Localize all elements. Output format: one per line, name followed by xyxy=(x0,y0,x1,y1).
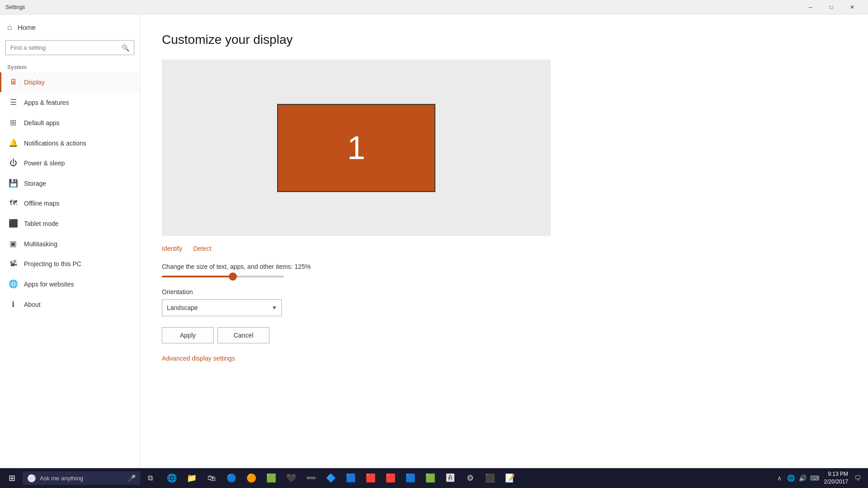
multitasking-icon: ▣ xyxy=(9,239,18,249)
cancel-button[interactable]: Cancel xyxy=(217,327,269,343)
maximize-button[interactable]: □ xyxy=(821,0,842,14)
orientation-select-wrapper: Landscape Portrait Landscape (flipped) P… xyxy=(162,299,282,316)
system-clock[interactable]: 9:13 PM 2/20/2017 xyxy=(821,470,851,486)
apps-features-icon: ☰ xyxy=(9,98,18,107)
taskbar-app16[interactable]: 🅰 xyxy=(440,468,460,488)
identify-detect-row: Identify Detect xyxy=(162,245,846,252)
taskbar-app6[interactable]: 🟠 xyxy=(241,468,261,488)
action-buttons-row: Apply Cancel xyxy=(162,327,846,343)
sidebar-item-label: Apps & features xyxy=(24,99,69,106)
taskbar: ⊞ ⚪ Ask me anything 🎤 ⧉ 🌐 📁 🛍 🔵 🟠 🟩 🖤 ➖ … xyxy=(0,468,868,488)
sidebar-item-label: Storage xyxy=(24,180,46,187)
sidebar-item-label: Offline maps xyxy=(24,200,59,207)
scale-slider-track[interactable] xyxy=(162,276,284,277)
taskbar-app10[interactable]: 🔷 xyxy=(321,468,341,488)
storage-icon: 💾 xyxy=(9,178,18,188)
sidebar-section-system: System xyxy=(0,61,140,72)
monitor-box: 1 xyxy=(277,104,435,192)
orientation-select[interactable]: Landscape Portrait Landscape (flipped) P… xyxy=(162,299,282,316)
sidebar-item-label: Multitasking xyxy=(24,240,57,248)
sidebar-item-label: Notifications & actions xyxy=(24,140,86,147)
home-label: Home xyxy=(18,23,36,31)
taskbar-app11[interactable]: 🟦 xyxy=(341,468,361,488)
default-apps-icon: ⊞ xyxy=(9,118,18,127)
taskbar-app7[interactable]: 🟩 xyxy=(261,468,281,488)
apply-button[interactable]: Apply xyxy=(162,327,214,343)
taskbar-app14[interactable]: 🟦 xyxy=(401,468,420,488)
sidebar-item-home[interactable]: ⌂ Home xyxy=(0,14,140,40)
sidebar-item-apps-features[interactable]: ☰ Apps & features xyxy=(0,92,140,113)
search-circle-icon: ⚪ xyxy=(27,474,36,483)
volume-icon[interactable]: 🔊 xyxy=(798,474,808,482)
page-title: Customize your display xyxy=(162,33,846,47)
taskbar-app12[interactable]: 🟥 xyxy=(361,468,381,488)
about-icon: ℹ xyxy=(9,300,18,309)
action-center-icon[interactable]: 🗨 xyxy=(853,474,863,482)
content-area: Customize your display 1 Identify Detect… xyxy=(140,14,868,468)
taskbar-terminal[interactable]: ⬛ xyxy=(480,468,500,488)
detect-button[interactable]: Detect xyxy=(193,245,211,252)
advanced-display-settings-link[interactable]: Advanced display settings xyxy=(162,355,235,362)
sidebar-item-label: Default apps xyxy=(24,119,60,127)
main-layout: ⌂ Home 🔍 System 🖥 Display ☰ Apps & featu… xyxy=(0,14,868,468)
taskbar-app13[interactable]: 🟥 xyxy=(381,468,401,488)
close-button[interactable]: ✕ xyxy=(842,0,863,14)
scale-slider-thumb[interactable] xyxy=(229,272,237,281)
sidebar-item-display[interactable]: 🖥 Display xyxy=(0,72,140,92)
taskbar-app15[interactable]: 🟩 xyxy=(420,468,440,488)
network-icon[interactable]: 🌐 xyxy=(786,474,796,482)
minimize-button[interactable]: ─ xyxy=(800,0,821,14)
tablet-icon: ⬛ xyxy=(9,219,18,228)
taskbar-search[interactable]: ⚪ Ask me anything 🎤 xyxy=(23,471,140,485)
sidebar-item-label: About xyxy=(24,301,41,308)
task-view-button[interactable]: ⧉ xyxy=(141,468,159,488)
sidebar-item-tablet-mode[interactable]: ⬛ Tablet mode xyxy=(0,213,140,234)
taskbar-settings-app[interactable]: ⚙ xyxy=(460,468,480,488)
sidebar-item-power-sleep[interactable]: ⏻ Power & sleep xyxy=(0,153,140,173)
taskbar-app8[interactable]: 🖤 xyxy=(281,468,301,488)
monitor-number: 1 xyxy=(347,129,365,166)
start-button[interactable]: ⊞ xyxy=(2,468,22,488)
microphone-icon: 🎤 xyxy=(128,474,136,482)
taskbar-app9[interactable]: ➖ xyxy=(301,468,321,488)
sidebar-item-projecting[interactable]: 📽 Projecting to this PC xyxy=(0,254,140,274)
taskbar-store-icon[interactable]: 🛍 xyxy=(202,468,222,488)
identify-button[interactable]: Identify xyxy=(162,245,182,252)
keyboard-icon[interactable]: ⌨ xyxy=(810,474,820,482)
sidebar: ⌂ Home 🔍 System 🖥 Display ☰ Apps & featu… xyxy=(0,14,140,468)
system-tray: ∧ 🌐 🔊 ⌨ 9:13 PM 2/20/2017 🗨 xyxy=(771,470,866,486)
sidebar-item-multitasking[interactable]: ▣ Multitasking xyxy=(0,234,140,254)
sidebar-item-label: Tablet mode xyxy=(24,220,58,227)
home-icon: ⌂ xyxy=(7,23,12,32)
projecting-icon: 📽 xyxy=(9,259,18,268)
taskbar-edge-icon[interactable]: 🌐 xyxy=(162,468,182,488)
window-controls: ─ □ ✕ xyxy=(800,0,863,14)
display-icon: 🖥 xyxy=(9,78,18,87)
taskbar-notepad[interactable]: 📝 xyxy=(500,468,520,488)
websites-icon: 🌐 xyxy=(9,279,18,289)
tray-chevron[interactable]: ∧ xyxy=(774,474,784,482)
maps-icon: 🗺 xyxy=(9,199,18,208)
orientation-label: Orientation xyxy=(162,288,846,296)
app-title: Settings xyxy=(5,4,25,10)
scale-label: Change the size of text, apps, and other… xyxy=(162,263,846,270)
sidebar-item-label: Display xyxy=(24,79,45,86)
sidebar-item-storage[interactable]: 💾 Storage xyxy=(0,173,140,193)
sidebar-item-about[interactable]: ℹ About xyxy=(0,294,140,314)
search-input[interactable] xyxy=(6,41,117,55)
search-box[interactable]: 🔍 xyxy=(5,40,134,55)
power-icon: ⏻ xyxy=(9,159,18,168)
clock-time: 9:13 PM xyxy=(824,470,848,478)
taskbar-chrome-icon[interactable]: 🔵 xyxy=(222,468,241,488)
taskbar-explorer-icon[interactable]: 📁 xyxy=(182,468,202,488)
titlebar: Settings ─ □ ✕ xyxy=(0,0,868,14)
sidebar-item-notifications[interactable]: 🔔 Notifications & actions xyxy=(0,133,140,153)
sidebar-item-default-apps[interactable]: ⊞ Default apps xyxy=(0,113,140,133)
sidebar-item-label: Projecting to this PC xyxy=(24,260,81,267)
sidebar-item-offline-maps[interactable]: 🗺 Offline maps xyxy=(0,193,140,213)
notifications-icon: 🔔 xyxy=(9,138,18,148)
sidebar-item-label: Apps for websites xyxy=(24,281,74,288)
sidebar-item-label: Power & sleep xyxy=(24,160,65,167)
sidebar-item-apps-websites[interactable]: 🌐 Apps for websites xyxy=(0,274,140,294)
clock-date: 2/20/2017 xyxy=(824,478,848,486)
